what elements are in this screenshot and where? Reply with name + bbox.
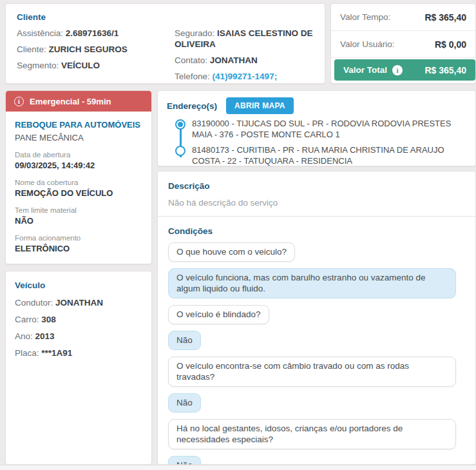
valor-total-value: R$ 365,40 bbox=[424, 65, 466, 75]
coverage-name-value: REMOÇÃO DO VEÍCULO bbox=[15, 188, 142, 198]
vehicle-card-title: Veículo bbox=[15, 280, 142, 290]
client-column-right: Segurado: ISAIAS CELESTINO DE OLIVEIRA C… bbox=[175, 28, 314, 82]
condition-question-bubble: O veículo encontra-se com câmbio travado… bbox=[168, 357, 456, 387]
vehicle-card: Veículo Condutor: JONATHAN Carro: 308 An… bbox=[5, 271, 152, 465]
description-empty-text: Não há descrição do serviço bbox=[168, 198, 465, 208]
condition-question-bubble: O que houve com o veiculo? bbox=[168, 242, 295, 262]
coverage-name-label: Nome da cobertura bbox=[15, 178, 142, 187]
material-limit-label: Tem limite material bbox=[15, 206, 142, 215]
condition-answer-bubble: O veículo funciona, mas com barulho estr… bbox=[168, 268, 456, 299]
material-limit-field: Tem limite material NÃO bbox=[15, 206, 142, 226]
car-field: Carro: 308 bbox=[15, 314, 142, 325]
driver-value: JONATHAN bbox=[55, 298, 103, 308]
assistance-label: Assistência: bbox=[17, 28, 63, 38]
main-row: i Emergencial - 59min REBOQUE PARA AUTOM… bbox=[5, 90, 476, 465]
phone-link[interactable]: (41)99271-1497; bbox=[213, 72, 278, 81]
valor-total-bar: Valor Total i R$ 365,40 bbox=[334, 59, 475, 81]
address-row-destination: 81480173 - CURITIBA - PR - RUA MARIA CHR… bbox=[167, 145, 466, 166]
top-row: Cliente Assistência: 2.68971636/1 Client… bbox=[5, 3, 476, 84]
description-title: Descrição bbox=[168, 181, 465, 191]
addresses-title: Endereço(s) bbox=[167, 101, 217, 111]
destination-marker-icon bbox=[175, 146, 186, 156]
info-icon[interactable]: i bbox=[14, 97, 24, 106]
insured-label: Segurado: bbox=[175, 28, 214, 38]
segment-field: Segmento: VEÍCULO bbox=[17, 60, 175, 71]
address-row-origin: 83190000 - TIJUCAS DO SUL - PR - RODOVIA… bbox=[167, 119, 466, 140]
valor-tempo-value: R$ 365,40 bbox=[424, 12, 466, 23]
phone-field: Telefone: (41)99271-1497; bbox=[175, 71, 314, 82]
year-value: 2013 bbox=[35, 331, 55, 341]
destination-address-text: 81480173 - CURITIBA - PR - RUA MARIA CHR… bbox=[192, 145, 466, 166]
plate-value: ***1A91 bbox=[41, 348, 72, 358]
client-value: ZURICH SEGUROS bbox=[49, 44, 128, 54]
section-divider bbox=[158, 216, 475, 217]
driver-label: Condutor: bbox=[15, 298, 53, 308]
valor-usuario-row: Valor Usuário: R$ 0,00 bbox=[331, 31, 475, 58]
valor-tempo-label: Valor Tempo: bbox=[340, 12, 390, 22]
condition-question-bubble: Há no local gestantes, idosos, crianças … bbox=[168, 419, 456, 449]
assistance-detail-page: Cliente Assistência: 2.68971636/1 Client… bbox=[0, 0, 476, 470]
activation-mode-field: Forma acionamento ELETRÔNICO bbox=[15, 233, 142, 253]
valor-tempo-row: Valor Tempo: R$ 365,40 bbox=[331, 4, 475, 31]
material-limit-value: NÃO bbox=[15, 216, 142, 226]
condition-answer-bubble: Não bbox=[168, 331, 201, 350]
contact-value: JONATHAN bbox=[210, 55, 258, 65]
service-title: REBOQUE PARA AUTOMÓVEIS bbox=[15, 120, 142, 130]
service-card: i Emergencial - 59min REBOQUE PARA AUTOM… bbox=[5, 90, 152, 264]
addresses-header: Endereço(s) ABRIR MAPA bbox=[167, 97, 466, 114]
phone-label: Telefone: bbox=[175, 72, 210, 81]
service-card-body: REBOQUE PARA AUTOMÓVEIS PANE MECÂNICA Da… bbox=[6, 112, 151, 264]
segment-label: Segmento: bbox=[17, 61, 59, 70]
condition-answer-bubble: Não bbox=[168, 456, 201, 465]
year-field: Ano: 2013 bbox=[15, 331, 142, 342]
bottom-cutoff-strip bbox=[0, 465, 476, 470]
service-subtitle: PANE MECÂNICA bbox=[15, 133, 142, 142]
open-date-value: 09/03/2025, 14:49:42 bbox=[15, 161, 142, 170]
valor-usuario-value: R$ 0,00 bbox=[435, 39, 466, 50]
client-label: Cliente: bbox=[17, 44, 46, 54]
right-column: Endereço(s) ABRIR MAPA 83190000 - TIJUCA… bbox=[157, 90, 476, 465]
plate-label: Placa: bbox=[15, 348, 39, 358]
client-columns: Assistência: 2.68971636/1 Cliente: ZURIC… bbox=[17, 28, 314, 82]
client-name-field: Cliente: ZURICH SEGUROS bbox=[17, 44, 175, 55]
client-column-left: Assistência: 2.68971636/1 Cliente: ZURIC… bbox=[17, 28, 175, 82]
description-conditions-card: Descrição Não há descrição do serviço Co… bbox=[157, 171, 476, 465]
open-map-button[interactable]: ABRIR MAPA bbox=[226, 97, 294, 114]
assistance-number-field: Assistência: 2.68971636/1 bbox=[17, 28, 175, 39]
valor-total-label: Valor Total bbox=[343, 65, 387, 75]
condition-question-bubble: O veículo é blindado? bbox=[168, 305, 269, 324]
coverage-name-field: Nome da cobertura REMOÇÃO DO VEÍCULO bbox=[15, 178, 142, 198]
contact-label: Contato: bbox=[175, 55, 207, 65]
activation-mode-value: ELETRÔNICO bbox=[15, 244, 142, 253]
origin-marker-icon bbox=[175, 119, 186, 130]
vehicle-fields: Condutor: JONATHAN Carro: 308 Ano: 2013 … bbox=[15, 297, 142, 358]
client-card: Cliente Assistência: 2.68971636/1 Client… bbox=[5, 3, 325, 84]
valor-total-label-wrap: Valor Total i bbox=[343, 65, 403, 75]
emergency-banner: i Emergencial - 59min bbox=[6, 91, 151, 112]
addresses-card: Endereço(s) ABRIR MAPA 83190000 - TIJUCA… bbox=[157, 90, 476, 166]
conditions-title: Condições bbox=[168, 226, 465, 236]
left-column: i Emergencial - 59min REBOQUE PARA AUTOM… bbox=[5, 90, 152, 465]
condition-answer-bubble: Não bbox=[168, 393, 201, 413]
contact-field: Contato: JONATHAN bbox=[175, 55, 314, 66]
totals-card: Valor Tempo: R$ 365,40 Valor Usuário: R$… bbox=[330, 3, 476, 84]
segment-value: VEÍCULO bbox=[61, 61, 100, 70]
valor-usuario-label: Valor Usuário: bbox=[340, 39, 395, 49]
plate-field: Placa: ***1A91 bbox=[15, 348, 142, 358]
open-date-field: Data de abertura 09/03/2025, 14:49:42 bbox=[15, 150, 142, 170]
car-label: Carro: bbox=[15, 315, 39, 324]
origin-address-text: 83190000 - TIJUCAS DO SUL - PR - RODOVIA… bbox=[192, 119, 466, 140]
year-label: Ano: bbox=[15, 331, 33, 341]
address-timeline: 83190000 - TIJUCAS DO SUL - PR - RODOVIA… bbox=[167, 119, 466, 166]
car-value: 308 bbox=[41, 315, 56, 324]
driver-field: Condutor: JONATHAN bbox=[15, 297, 142, 308]
emergency-banner-label: Emergencial - 59min bbox=[30, 97, 111, 106]
info-icon[interactable]: i bbox=[392, 65, 403, 75]
client-card-title: Cliente bbox=[17, 12, 314, 22]
activation-mode-label: Forma acionamento bbox=[15, 233, 142, 242]
insured-field: Segurado: ISAIAS CELESTINO DE OLIVEIRA bbox=[175, 28, 314, 50]
open-date-label: Data de abertura bbox=[15, 150, 142, 159]
assistance-value: 2.68971636/1 bbox=[66, 28, 119, 38]
